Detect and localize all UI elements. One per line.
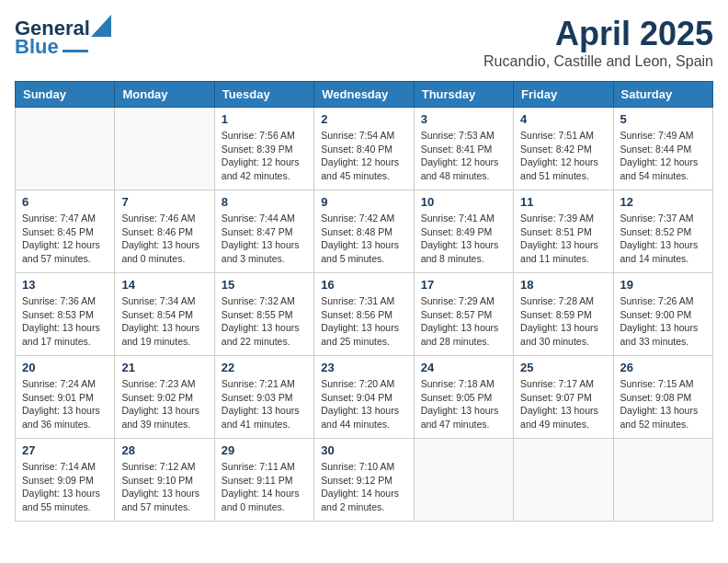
- day-number: 9: [321, 195, 406, 209]
- table-row: 17Sunrise: 7:29 AMSunset: 8:57 PMDayligh…: [414, 273, 513, 356]
- cell-info: Sunrise: 7:54 AMSunset: 8:40 PMDaylight:…: [321, 129, 406, 183]
- table-row: 12Sunrise: 7:37 AMSunset: 8:52 PMDayligh…: [613, 190, 712, 273]
- table-row: 25Sunrise: 7:17 AMSunset: 9:07 PMDayligh…: [514, 356, 613, 439]
- cell-info: Sunrise: 7:44 AMSunset: 8:47 PMDaylight:…: [222, 212, 307, 266]
- day-number: 5: [620, 112, 706, 126]
- day-number: 21: [121, 361, 207, 374]
- cell-info: Sunrise: 7:24 AMSunset: 9:01 PMDaylight:…: [22, 377, 108, 431]
- table-row: [414, 439, 513, 522]
- day-number: 3: [421, 112, 506, 126]
- cell-info: Sunrise: 7:37 AMSunset: 8:52 PMDaylight:…: [620, 212, 706, 266]
- cell-info: Sunrise: 7:36 AMSunset: 8:53 PMDaylight:…: [22, 294, 108, 349]
- day-number: 11: [520, 195, 606, 209]
- cell-info: Sunrise: 7:51 AMSunset: 8:42 PMDaylight:…: [520, 129, 606, 183]
- calendar-week-row: 1Sunrise: 7:56 AMSunset: 8:39 PMDaylight…: [16, 108, 713, 190]
- day-number: 23: [321, 361, 406, 374]
- calendar-header-row: Sunday Monday Tuesday Wednesday Thursday…: [16, 82, 713, 108]
- cell-info: Sunrise: 7:41 AMSunset: 8:49 PMDaylight:…: [421, 212, 506, 266]
- calendar-week-row: 13Sunrise: 7:36 AMSunset: 8:53 PMDayligh…: [16, 273, 713, 356]
- cell-info: Sunrise: 7:15 AMSunset: 9:08 PMDaylight:…: [620, 377, 706, 431]
- day-number: 14: [121, 278, 207, 292]
- cell-info: Sunrise: 7:11 AMSunset: 9:11 PMDaylight:…: [222, 460, 307, 514]
- day-number: 30: [321, 443, 406, 457]
- day-number: 8: [222, 195, 307, 209]
- day-number: 27: [22, 443, 108, 457]
- table-row: 24Sunrise: 7:18 AMSunset: 9:05 PMDayligh…: [414, 356, 513, 439]
- table-row: 18Sunrise: 7:28 AMSunset: 8:59 PMDayligh…: [514, 273, 613, 356]
- table-row: 28Sunrise: 7:12 AMSunset: 9:10 PMDayligh…: [115, 439, 214, 522]
- cell-info: Sunrise: 7:29 AMSunset: 8:57 PMDaylight:…: [421, 294, 506, 349]
- table-row: 23Sunrise: 7:20 AMSunset: 9:04 PMDayligh…: [314, 356, 414, 439]
- logo-triangle-icon: [91, 15, 111, 37]
- day-number: 15: [222, 278, 307, 292]
- col-friday: Friday: [514, 82, 613, 108]
- table-row: 29Sunrise: 7:11 AMSunset: 9:11 PMDayligh…: [214, 439, 313, 522]
- day-number: 4: [520, 112, 606, 126]
- logo: General Blue: [15, 15, 111, 57]
- cell-info: Sunrise: 7:14 AMSunset: 9:09 PMDaylight:…: [22, 460, 108, 514]
- cell-info: Sunrise: 7:20 AMSunset: 9:04 PMDaylight:…: [321, 377, 406, 431]
- logo-blue-text: Blue: [15, 37, 59, 57]
- cell-info: Sunrise: 7:31 AMSunset: 8:56 PMDaylight:…: [321, 294, 406, 349]
- table-row: 8Sunrise: 7:44 AMSunset: 8:47 PMDaylight…: [214, 190, 313, 273]
- day-number: 25: [520, 361, 606, 374]
- cell-info: Sunrise: 7:10 AMSunset: 9:12 PMDaylight:…: [321, 460, 406, 514]
- table-row: 21Sunrise: 7:23 AMSunset: 9:02 PMDayligh…: [115, 356, 214, 439]
- cell-info: Sunrise: 7:26 AMSunset: 9:00 PMDaylight:…: [620, 294, 706, 349]
- col-tuesday: Tuesday: [214, 82, 313, 108]
- day-number: 13: [22, 278, 108, 292]
- table-row: 4Sunrise: 7:51 AMSunset: 8:42 PMDaylight…: [514, 108, 613, 190]
- day-number: 7: [121, 195, 207, 209]
- col-monday: Monday: [115, 82, 214, 108]
- table-row: 10Sunrise: 7:41 AMSunset: 8:49 PMDayligh…: [414, 190, 513, 273]
- cell-info: Sunrise: 7:21 AMSunset: 9:03 PMDaylight:…: [222, 377, 307, 431]
- table-row: 22Sunrise: 7:21 AMSunset: 9:03 PMDayligh…: [214, 356, 313, 439]
- day-number: 18: [520, 278, 606, 292]
- day-number: 16: [321, 278, 406, 292]
- col-thursday: Thursday: [414, 82, 513, 108]
- calendar-week-row: 27Sunrise: 7:14 AMSunset: 9:09 PMDayligh…: [16, 439, 713, 522]
- calendar-week-row: 6Sunrise: 7:47 AMSunset: 8:45 PMDaylight…: [16, 190, 713, 273]
- table-row: 26Sunrise: 7:15 AMSunset: 9:08 PMDayligh…: [613, 356, 712, 439]
- table-row: 2Sunrise: 7:54 AMSunset: 8:40 PMDaylight…: [314, 108, 414, 190]
- day-number: 20: [22, 361, 108, 374]
- cell-info: Sunrise: 7:49 AMSunset: 8:44 PMDaylight:…: [620, 129, 706, 183]
- day-number: 6: [22, 195, 108, 209]
- day-number: 1: [222, 112, 307, 126]
- page-subtitle: Rucandio, Castille and Leon, Spain: [483, 53, 713, 70]
- table-row: 3Sunrise: 7:53 AMSunset: 8:41 PMDaylight…: [414, 108, 513, 190]
- table-row: [16, 108, 115, 190]
- table-row: 30Sunrise: 7:10 AMSunset: 9:12 PMDayligh…: [314, 439, 414, 522]
- table-row: 1Sunrise: 7:56 AMSunset: 8:39 PMDaylight…: [214, 108, 313, 190]
- cell-info: Sunrise: 7:34 AMSunset: 8:54 PMDaylight:…: [121, 294, 207, 349]
- day-number: 19: [620, 278, 706, 292]
- day-number: 28: [121, 443, 207, 457]
- table-row: 16Sunrise: 7:31 AMSunset: 8:56 PMDayligh…: [314, 273, 414, 356]
- table-row: [115, 108, 214, 190]
- day-number: 24: [421, 361, 506, 374]
- cell-info: Sunrise: 7:12 AMSunset: 9:10 PMDaylight:…: [121, 460, 207, 514]
- cell-info: Sunrise: 7:39 AMSunset: 8:51 PMDaylight:…: [520, 212, 606, 266]
- cell-info: Sunrise: 7:53 AMSunset: 8:41 PMDaylight:…: [421, 129, 506, 183]
- calendar-table: Sunday Monday Tuesday Wednesday Thursday…: [15, 81, 713, 522]
- title-block: April 2025 Rucandio, Castille and Leon, …: [483, 15, 713, 70]
- page-header: General Blue April 2025 Rucandio, Castil…: [15, 15, 713, 70]
- col-sunday: Sunday: [16, 82, 115, 108]
- table-row: 5Sunrise: 7:49 AMSunset: 8:44 PMDaylight…: [613, 108, 712, 190]
- page-title: April 2025: [483, 15, 713, 53]
- day-number: 10: [421, 195, 506, 209]
- day-number: 17: [421, 278, 506, 292]
- table-row: [514, 439, 613, 522]
- table-row: 15Sunrise: 7:32 AMSunset: 8:55 PMDayligh…: [214, 273, 313, 356]
- svg-marker-0: [91, 15, 111, 37]
- day-number: 2: [321, 112, 406, 126]
- table-row: 20Sunrise: 7:24 AMSunset: 9:01 PMDayligh…: [16, 356, 115, 439]
- table-row: 13Sunrise: 7:36 AMSunset: 8:53 PMDayligh…: [16, 273, 115, 356]
- cell-info: Sunrise: 7:28 AMSunset: 8:59 PMDaylight:…: [520, 294, 606, 349]
- cell-info: Sunrise: 7:23 AMSunset: 9:02 PMDaylight:…: [121, 377, 207, 431]
- day-number: 22: [222, 361, 307, 374]
- day-number: 12: [620, 195, 706, 209]
- cell-info: Sunrise: 7:47 AMSunset: 8:45 PMDaylight:…: [22, 212, 108, 266]
- table-row: 6Sunrise: 7:47 AMSunset: 8:45 PMDaylight…: [16, 190, 115, 273]
- table-row: [613, 439, 712, 522]
